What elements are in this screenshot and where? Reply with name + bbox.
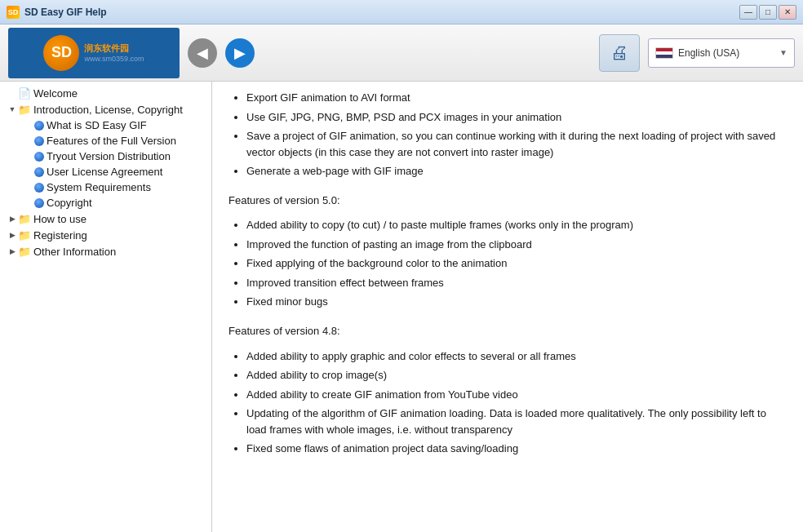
blue-circle-icon-features	[34, 136, 44, 146]
blue-circle-icon-tryout	[34, 152, 44, 162]
expander-features	[23, 135, 34, 147]
title-bar-left: SD SD Easy GIF Help	[7, 6, 107, 19]
list-item: Improved transition effect between frame…	[246, 275, 787, 291]
window-controls[interactable]: — □ ✕	[739, 5, 796, 20]
forward-button[interactable]: ▶	[225, 38, 255, 68]
expander-copyright	[23, 197, 34, 209]
list-item: Updating of the algorithm of GIF animati…	[246, 406, 787, 437]
content-text: Export GIF animation to AVI format Use G…	[228, 90, 787, 457]
sidebar-item-sysreq[interactable]: System Requirements	[0, 180, 211, 195]
sidebar-label-what-is: What is SD Easy GIF	[47, 119, 147, 131]
sidebar-label-license: User License Agreement	[47, 166, 162, 178]
language-selector[interactable]: English (USA) ▼	[648, 38, 795, 68]
sidebar-label-other: Other Information	[33, 246, 116, 258]
list-item: Added ability to crop image(s)	[246, 367, 787, 383]
expander-what-is	[23, 120, 34, 131]
lang-label: English (USA)	[678, 47, 774, 59]
folder-icon-other: 📁	[18, 245, 31, 258]
list-item: Improved the function of pasting an imag…	[246, 237, 787, 253]
sidebar-label-tryout: Tryout Version Distribution	[47, 150, 171, 162]
chevron-down-icon: ▼	[779, 48, 787, 57]
sidebar-item-registering[interactable]: ▶ 📁 Registering	[0, 227, 211, 243]
list-item: Use GIF, JPG, PNG, BMP, PSD and PCX imag…	[246, 109, 787, 126]
expander-intro: ▼	[7, 104, 18, 115]
sidebar-label-welcome: Welcome	[33, 87, 78, 100]
list-item: Added ability to copy (to cut) / to past…	[246, 217, 787, 233]
toolbar: SD 润东软件园 www.sm0359.com ◀ ▶ 🖨 English (U…	[0, 24, 803, 82]
app-icon: SD	[7, 6, 20, 19]
sidebar-item-what-is[interactable]: What is SD Easy GIF	[0, 117, 211, 133]
sidebar-item-tryout[interactable]: Tryout Version Distribution	[0, 149, 211, 164]
expander-registering: ▶	[7, 229, 18, 241]
list-item: Fixed minor bugs	[246, 294, 787, 310]
sidebar-label-howto: How to use	[33, 213, 87, 225]
sidebar-label-copyright: Copyright	[47, 197, 92, 209]
sidebar-label-features: Features of the Full Version	[47, 135, 176, 147]
maximize-button[interactable]: □	[759, 5, 777, 20]
back-button[interactable]: ◀	[188, 38, 217, 68]
logo-area: SD 润东软件园 www.sm0359.com	[8, 28, 180, 78]
logo-sub-text: www.sm0359.com	[84, 55, 144, 63]
bullet-list-top: Export GIF animation to AVI format Use G…	[228, 90, 787, 180]
blue-circle-icon-copyright	[34, 198, 44, 208]
list-item: Export GIF animation to AVI format	[246, 90, 787, 106]
minimize-button[interactable]: —	[739, 5, 757, 20]
list-item: Added ability to create GIF animation fr…	[246, 387, 787, 403]
sidebar-item-other[interactable]: ▶ 📁 Other Information	[0, 243, 211, 259]
blue-circle-icon-license	[34, 167, 44, 177]
title-bar: SD SD Easy GIF Help — □ ✕	[0, 0, 803, 24]
sidebar-item-features[interactable]: Features of the Full Version	[0, 133, 211, 149]
page-icon-welcome: 📄	[18, 86, 31, 100]
sidebar-label-sysreq: System Requirements	[47, 181, 151, 193]
logo-icon: SD	[43, 35, 79, 71]
sidebar-label-registering: Registering	[33, 229, 87, 242]
close-button[interactable]: ✕	[779, 5, 796, 20]
content-area[interactable]: Export GIF animation to AVI format Use G…	[212, 82, 803, 532]
blue-circle-icon-sysreq	[34, 183, 44, 193]
list-item: Fixed some flaws of animation project da…	[246, 441, 787, 457]
list-item: Fixed applying of the background color t…	[246, 255, 787, 272]
print-button[interactable]: 🖨	[599, 34, 640, 72]
section-heading-v50: Features of version 5.0:	[228, 193, 787, 210]
sidebar-item-welcome[interactable]: 📄 Welcome	[0, 85, 211, 101]
list-item: Save a project of GIF animation, so you …	[246, 128, 787, 160]
main-area: 📄 Welcome ▼ 📁 Introduction, License, Cop…	[0, 82, 803, 532]
list-item: Added ability to apply graphic and color…	[246, 348, 787, 365]
flag-icon	[655, 47, 673, 59]
folder-icon-howto: 📁	[18, 212, 31, 225]
print-icon: 🖨	[610, 42, 628, 64]
expander-license	[23, 166, 34, 178]
sidebar: 📄 Welcome ▼ 📁 Introduction, License, Cop…	[0, 82, 212, 532]
expander-welcome	[7, 87, 18, 99]
bullet-list-v48: Added ability to apply graphic and color…	[228, 348, 787, 457]
sidebar-item-intro[interactable]: ▼ 📁 Introduction, License, Copyright	[0, 101, 211, 117]
expander-tryout	[23, 151, 34, 162]
expander-other: ▶	[7, 246, 18, 257]
window-title: SD Easy GIF Help	[24, 7, 107, 18]
sidebar-label-intro: Introduction, License, Copyright	[33, 104, 183, 116]
logo-main-text: 润东软件园	[84, 42, 144, 55]
sidebar-item-copyright[interactable]: Copyright	[0, 195, 211, 211]
sidebar-item-howto[interactable]: ▶ 📁 How to use	[0, 211, 211, 227]
section-heading-v48: Features of version 4.8:	[228, 323, 787, 340]
folder-icon-registering: 📁	[18, 228, 31, 242]
sidebar-item-license[interactable]: User License Agreement	[0, 164, 211, 180]
blue-circle-icon-what-is	[34, 121, 44, 131]
folder-icon-intro: 📁	[18, 103, 31, 116]
bullet-list-v50: Added ability to copy (to cut) / to past…	[228, 217, 787, 310]
list-item: Generate a web-page with GIF image	[246, 163, 787, 180]
expander-howto: ▶	[7, 213, 18, 224]
expander-sysreq	[23, 182, 34, 193]
